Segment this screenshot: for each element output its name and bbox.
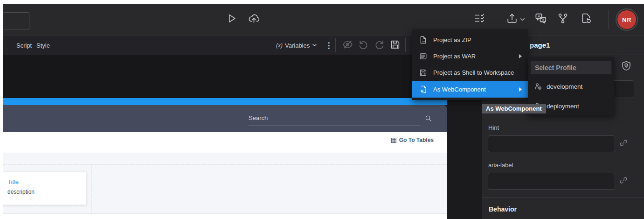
submenu-item-development[interactable]: development [528,79,614,94]
svg-text:文: 文 [541,17,545,21]
checklist-button[interactable] [471,11,488,28]
variables-label: Variables [285,42,310,49]
link-icon [619,138,628,149]
toolbar-divider [335,38,336,52]
go-to-tables-label: Go To Tables [399,137,434,143]
go-to-tables-link[interactable]: Go To Tables [391,137,434,143]
chevron-down-icon [520,15,525,23]
svg-text:ZIP: ZIP [422,41,425,43]
submenu-arrow-icon [519,87,522,92]
hint-field-label: Hint [488,124,499,131]
play-icon [226,13,237,26]
file-refresh-icon [580,12,592,26]
checklist-icon [473,12,485,26]
security-tab[interactable] [619,59,634,74]
submenu-item-label: development [547,83,582,90]
aria-label-bind-button[interactable] [618,176,629,186]
variables-dropdown[interactable]: (x) Variables [276,35,317,55]
panel-divider [482,197,644,198]
menu-item-label: As WebComponent [433,86,486,93]
localization-button[interactable]: A文 [532,11,549,28]
redo-button[interactable] [371,37,388,54]
menu-item-project-as-zip[interactable]: ZIP Project as ZIP [412,32,528,48]
menu-item-label: Project as WAR [433,53,476,60]
markup-toggle-button[interactable] [339,37,356,54]
branch-icon [557,12,569,26]
page-title: page1 [530,41,550,49]
search-input[interactable]: Search [249,114,268,121]
versioning-button[interactable] [554,11,571,28]
menu-item-label: Project as ZIP [433,36,471,43]
zip-file-icon: ZIP [419,35,428,44]
toolbar-divider [608,10,609,29]
card-description: description [7,189,86,195]
war-file-icon [419,52,428,61]
webcomponent-file-icon [419,85,428,94]
design-canvas[interactable]: Search Go To Tables Title description [3,55,447,219]
page-preview-body: Go To Tables Title description [3,132,447,219]
tab-style[interactable]: Style [36,35,50,55]
menu-item-label: Project as Shell to Workspace [433,69,514,76]
save-button[interactable] [387,37,403,54]
variables-x-icon: (x) [276,42,283,49]
aria-label-field-input[interactable] [488,173,615,190]
toolbar-divider [405,38,406,52]
undo-icon [358,39,369,52]
behavior-section-heading: Behavior [489,205,517,213]
export-button[interactable] [503,11,527,28]
page-preview-header[interactable]: Search [3,105,447,132]
user-globe-icon [534,82,542,91]
link-icon [619,176,628,187]
user-avatar[interactable]: NR [616,8,638,31]
file-sync-button[interactable] [578,11,595,28]
menu-item-as-webcomponent[interactable]: As WebComponent [412,81,528,98]
hint-field-input[interactable] [488,135,615,152]
menu-item-project-as-war[interactable]: Project as WAR [412,48,528,64]
content-panel: Title description [3,153,447,214]
selected-widget-highlight[interactable] [3,98,447,105]
layout-guide-vertical [91,164,92,213]
eye-off-icon [342,39,353,52]
redo-icon [374,39,385,52]
aria-label-field-label: aria-label [488,162,513,169]
shell-file-icon [419,68,428,77]
save-icon [389,39,401,52]
undo-button[interactable] [355,37,372,54]
project-selector-box[interactable] [3,12,29,29]
submenu-arrow-icon [519,54,522,59]
submenu-item-label: deployment [547,103,579,110]
webcomponent-tooltip: As WebComponent [482,104,546,113]
editor-toolbar: Script Style (x) Variables ⋮ [3,35,447,55]
preview-button[interactable] [245,11,262,28]
layout-guide-horizontal [3,164,447,165]
list-item-card[interactable]: Title description [3,172,86,205]
shield-location-icon [621,60,632,73]
cloud-upload-icon [248,12,260,27]
translate-icon: A文 [534,12,547,27]
hint-bind-button[interactable] [618,139,629,149]
search-icon[interactable] [424,114,433,125]
select-profile-header: Select Profile [531,61,611,74]
table-grid-icon [391,137,397,143]
run-button[interactable] [223,11,240,28]
tab-script[interactable]: Script [16,35,32,55]
avatar-initials: NR [617,10,636,29]
more-options-button[interactable]: ⋮ [324,37,333,54]
kebab-menu-icon: ⋮ [325,41,333,50]
export-menu: ZIP Project as ZIP Project as WAR Projec… [412,29,528,100]
chevron-down-icon [312,43,317,47]
card-title[interactable]: Title [7,178,86,185]
app-screen: A文 NR Script Style (x) Variables ⋮ [0,0,644,219]
menu-item-project-as-shell[interactable]: Project as Shell to Workspace [412,64,528,81]
main-toolbar: A文 NR [3,4,644,35]
export-icon [506,12,519,27]
search-underline [249,126,420,126]
